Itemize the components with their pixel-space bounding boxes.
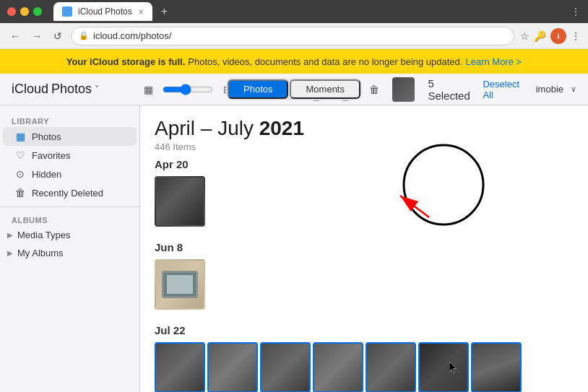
- section-date-jun8: Jun 8: [155, 241, 574, 253]
- app-header: iCloud Photos ˅ ▦ ⊞ Photos Moments ⎙ + ↑…: [0, 74, 588, 105]
- zoom-slider[interactable]: [163, 84, 213, 95]
- selected-count: 5 Selected: [428, 77, 475, 102]
- my-albums-label: My Albums: [17, 248, 64, 258]
- refresh-button[interactable]: ↺: [51, 29, 65, 43]
- browser-chrome: iCloud Photos ✕ + ⋮: [0, 0, 588, 23]
- content-title-area: April – July 2021 446 Items: [155, 105, 574, 158]
- user-name: imobie: [536, 84, 563, 95]
- section-date-apr20: Apr 20: [155, 158, 574, 170]
- photo-thumb[interactable]: [155, 342, 205, 392]
- my-albums-arrow: ▶: [7, 249, 13, 257]
- favorites-icon: ♡: [14, 149, 26, 161]
- deselect-all-link[interactable]: Deselect All: [483, 79, 528, 100]
- maximize-window-btn[interactable]: [33, 7, 42, 16]
- header-tabs: Photos Moments: [226, 78, 362, 100]
- hidden-icon: ⊙: [14, 168, 26, 180]
- minimize-window-btn[interactable]: [20, 7, 29, 16]
- logo-photos: Photos: [51, 82, 92, 97]
- new-tab-btn[interactable]: +: [161, 5, 168, 18]
- cursor: [449, 362, 458, 378]
- forward-button[interactable]: →: [29, 29, 45, 43]
- photo-thumb[interactable]: [366, 342, 416, 392]
- sidebar-item-favorites[interactable]: ♡ Favorites: [3, 146, 137, 165]
- sidebar-item-recently-deleted[interactable]: 🗑 Recently Deleted: [3, 183, 137, 202]
- tab-favicon: [62, 6, 72, 17]
- photo-section-apr20: Apr 20: [155, 158, 574, 227]
- photo-thumb[interactable]: [471, 342, 522, 392]
- photo-thumb[interactable]: [155, 259, 205, 310]
- photo-thumb[interactable]: [313, 342, 363, 392]
- back-button[interactable]: ←: [7, 29, 23, 43]
- bookmark-btn[interactable]: ☆: [520, 30, 529, 42]
- photo-grid-jun8: [155, 259, 574, 310]
- sidebar-item-hidden[interactable]: ⊙ Hidden: [3, 165, 137, 183]
- content-subtitle: 446 Items: [155, 141, 574, 152]
- lock-icon: 🔒: [79, 31, 89, 40]
- learn-more-link[interactable]: Learn More >: [465, 56, 522, 67]
- logo-chevron[interactable]: ˅: [95, 84, 99, 95]
- layout-toggle-group: ▦ ⊞: [137, 78, 239, 101]
- active-browser-tab[interactable]: iCloud Photos ✕: [53, 2, 152, 21]
- sidebar-item-photos[interactable]: ▦ Photos: [3, 127, 137, 146]
- media-types-arrow: ▶: [7, 231, 13, 239]
- main-layout: Library ▦ Photos ♡ Favorites ⊙ Hidden 🗑 …: [0, 105, 588, 392]
- url-text: icloud.com/photos/: [93, 30, 506, 41]
- delete-btn[interactable]: 🗑: [363, 78, 385, 101]
- tab-moments[interactable]: Moments: [290, 79, 360, 99]
- storage-banner: Your iCloud storage is full. Photos, vid…: [0, 49, 588, 74]
- albums-section-label: Albums: [0, 212, 139, 226]
- address-bar: ← → ↺ 🔒 icloud.com/photos/ ☆ 🔑 i ⋮: [0, 23, 588, 49]
- browser-menu-btn[interactable]: ⋮: [571, 30, 581, 42]
- tab-title: iCloud Photos: [78, 6, 132, 17]
- section-date-jul22: Jul 22: [155, 324, 574, 336]
- recently-deleted-icon: 🗑: [14, 187, 26, 199]
- sidebar-item-favorites-label: Favorites: [32, 150, 70, 161]
- photo-thumb[interactable]: [207, 342, 258, 392]
- sidebar: Library ▦ Photos ♡ Favorites ⊙ Hidden 🗑 …: [0, 105, 140, 392]
- photo-section-jun8: Jun 8: [155, 241, 574, 310]
- photo-grid-apr20: [155, 176, 574, 227]
- profile-avatar[interactable]: i: [550, 28, 566, 44]
- url-bar[interactable]: 🔒 icloud.com/photos/: [71, 27, 514, 45]
- user-chevron[interactable]: ∨: [571, 84, 576, 94]
- tab-photos[interactable]: Photos: [228, 79, 288, 99]
- photo-section-jul22: Jul 22: [155, 324, 574, 392]
- storage-banner-body: Photos, videos, documents and data are n…: [188, 56, 462, 67]
- photo-thumb[interactable]: [260, 342, 311, 392]
- sidebar-group-my-albums[interactable]: ▶ My Albums: [0, 244, 139, 262]
- photo-thumb[interactable]: [418, 342, 469, 392]
- browser-more-btn[interactable]: ⋮: [571, 6, 581, 17]
- sidebar-item-photos-label: Photos: [32, 131, 61, 142]
- media-types-label: Media Types: [17, 230, 70, 240]
- photo-thumb[interactable]: [155, 176, 205, 227]
- photo-grid-jul22: [155, 342, 574, 392]
- logo-icloud: iCloud: [12, 82, 48, 97]
- sidebar-item-recently-deleted-label: Recently Deleted: [32, 188, 103, 199]
- photos-icon: ▦: [14, 131, 26, 142]
- sidebar-divider: [0, 206, 139, 207]
- content-title-bold: 2021: [259, 117, 304, 139]
- selected-thumbnail: [392, 77, 415, 102]
- grid-view-btn[interactable]: ▦: [137, 78, 160, 101]
- sidebar-group-media-types[interactable]: ▶ Media Types: [0, 226, 139, 244]
- content-area: April – July 2021 446 Items Apr 20 Jun 8: [140, 105, 588, 392]
- content-title-light: April – July: [155, 117, 254, 139]
- profile-initial: i: [557, 32, 559, 40]
- library-section-label: Library: [0, 113, 139, 127]
- content-title: April – July 2021: [155, 117, 574, 140]
- storage-banner-prefix: Your iCloud storage is full.: [66, 56, 185, 67]
- key-btn[interactable]: 🔑: [534, 30, 546, 42]
- traffic-lights: [7, 7, 42, 16]
- sidebar-item-hidden-label: Hidden: [32, 169, 61, 180]
- address-actions: ☆ 🔑 i ⋮: [520, 28, 581, 44]
- close-window-btn[interactable]: [7, 7, 16, 16]
- app-logo: iCloud Photos ˅: [12, 82, 99, 97]
- tab-close-btn[interactable]: ✕: [138, 8, 144, 16]
